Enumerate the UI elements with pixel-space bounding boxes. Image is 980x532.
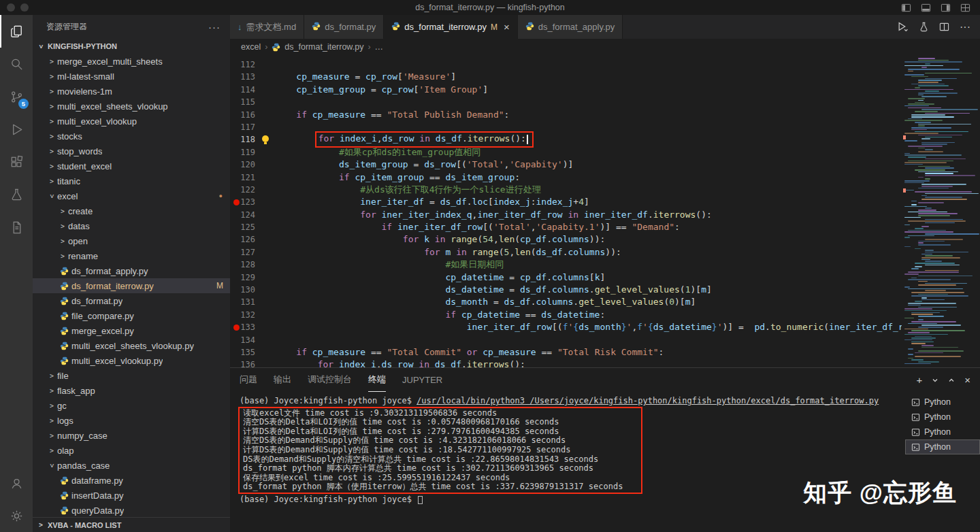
code-line[interactable]: 131 ds_month = ds_df.columns.get_level_v… bbox=[230, 296, 980, 308]
minimap[interactable] bbox=[902, 55, 980, 367]
breadcrumb-item[interactable]: ds_format_iterrow.py bbox=[284, 42, 363, 52]
more-actions-icon[interactable]: ··· bbox=[208, 21, 220, 33]
tree-item-ds_format_apply.py[interactable]: ds_format_apply.py bbox=[33, 263, 230, 278]
tree-item-stocks[interactable]: >stocks bbox=[33, 129, 230, 144]
tree-item-merge_excel.py[interactable]: merge_excel.py bbox=[33, 323, 230, 338]
tree-item-create[interactable]: >create bbox=[33, 203, 230, 218]
code-line[interactable]: 113 cp_measure = cp_row['Measure'] bbox=[230, 71, 980, 83]
run-python-file-icon[interactable] bbox=[897, 21, 909, 33]
toggle-panel-icon[interactable] bbox=[921, 3, 931, 13]
tree-item-insertData.py[interactable]: insertData.py bbox=[33, 488, 230, 503]
code-line[interactable]: 132 if cp_datetime == ds_datetime: bbox=[230, 309, 980, 321]
tree-item-olap[interactable]: >olap bbox=[33, 443, 230, 458]
tree-item-student_excel[interactable]: >student_excel bbox=[33, 159, 230, 173]
panel-tab-输出[interactable]: 输出 bbox=[274, 368, 291, 392]
tree-item-pandas_case[interactable]: >pandas_case bbox=[33, 458, 230, 473]
code-line[interactable]: 129 cp_datetime = cp_df.columns[k] bbox=[230, 271, 980, 284]
tree-item-ds_format_iterrow.py[interactable]: ds_format_iterrow.pyM bbox=[33, 278, 230, 293]
code-line[interactable]: 127 for m in range(5,len(ds_df.columns))… bbox=[230, 246, 980, 259]
code-line[interactable]: 120 ds_item_group = ds_row[('Total','Cap… bbox=[230, 159, 980, 171]
new-terminal-icon[interactable]: + bbox=[916, 374, 922, 386]
project-section-header[interactable]: > KINGFISH-PYTHON bbox=[33, 39, 230, 54]
explorer-icon[interactable] bbox=[0, 15, 33, 48]
tree-item-queryData.py[interactable]: queryData.py bbox=[33, 503, 230, 517]
testing-beaker-icon[interactable] bbox=[0, 178, 33, 211]
editor[interactable]: 112113 cp_measure = cp_row['Measure']114… bbox=[230, 55, 980, 367]
tree-item-merge_excel_multi_sheets[interactable]: >merge_excel_multi_sheets bbox=[33, 54, 230, 69]
tree-item-multi_excel_sheets_vlookup.py[interactable]: multi_excel_sheets_vlookup.py bbox=[33, 338, 230, 353]
tree-item-open[interactable]: >open bbox=[33, 233, 230, 248]
xvba-section-header[interactable]: > XVBA - MACRO LIST bbox=[33, 517, 230, 532]
account-icon[interactable] bbox=[0, 467, 33, 499]
run-tests-beaker-icon[interactable] bbox=[919, 22, 929, 32]
customize-layout-icon[interactable] bbox=[960, 3, 970, 13]
breadcrumb-item[interactable]: excel bbox=[241, 42, 261, 52]
code-line[interactable]: 134 bbox=[230, 334, 980, 346]
tree-item-numpy_case[interactable]: >numpy_case bbox=[33, 428, 230, 443]
source-control-icon[interactable]: 5 bbox=[0, 80, 33, 113]
settings-gear-icon[interactable] bbox=[0, 499, 33, 532]
tree-item-file_compare.py[interactable]: file_compare.py bbox=[33, 308, 230, 323]
panel-tab-问题[interactable]: 问题 bbox=[240, 368, 257, 392]
terminal-list-item[interactable]: Python bbox=[905, 439, 980, 454]
terminal-content[interactable]: (base) Joyce:kingfish-python joyce$ /usr… bbox=[230, 392, 905, 532]
split-editor-icon[interactable] bbox=[939, 22, 949, 32]
tree-item-datas[interactable]: >datas bbox=[33, 218, 230, 233]
tree-item-dataframe.py[interactable]: dataframe.py bbox=[33, 473, 230, 488]
window-minimize-button[interactable] bbox=[20, 3, 29, 12]
tree-item-ds_format.py[interactable]: ds_format.py bbox=[33, 293, 230, 308]
panel-tab-终端[interactable]: 终端 bbox=[368, 368, 386, 392]
tree-item-gc[interactable]: >gc bbox=[33, 398, 230, 413]
tab-ds_format.py[interactable]: ds_format.py bbox=[304, 15, 384, 39]
search-icon[interactable] bbox=[0, 48, 33, 80]
panel-tab-调试控制台[interactable]: 调试控制台 bbox=[308, 368, 352, 392]
notebook-icon[interactable] bbox=[0, 211, 33, 244]
tree-item-multi_excel_vlookup[interactable]: >multi_excel_vlookup bbox=[33, 114, 230, 129]
tab-需求文档.md[interactable]: ↓需求文档.md bbox=[230, 15, 304, 39]
code-line[interactable]: 123 iner_iter_df = ds_df.loc[index_j:ind… bbox=[230, 196, 980, 208]
code-line[interactable]: 126 for k in range(54,len(cp_df.columns)… bbox=[230, 233, 980, 246]
close-panel-icon[interactable]: × bbox=[964, 374, 970, 386]
window-controls[interactable] bbox=[0, 3, 29, 12]
terminal-list-item[interactable]: Python bbox=[905, 395, 980, 410]
terminal-dropdown-chevron-icon[interactable] bbox=[932, 377, 938, 384]
run-debug-icon[interactable] bbox=[0, 113, 33, 146]
extensions-icon[interactable] bbox=[0, 146, 33, 178]
tree-item-multi_excel_sheets_vlookup[interactable]: >multi_excel_sheets_vlookup bbox=[33, 99, 230, 114]
code-line[interactable]: 115 bbox=[230, 96, 980, 108]
code-line[interactable]: 128 #如果日期相同 bbox=[230, 259, 980, 271]
toggle-sidebar-left-icon[interactable] bbox=[901, 3, 911, 13]
tree-item-logs[interactable]: >logs bbox=[33, 413, 230, 428]
code-line[interactable]: 122 #从ds该行往下取4行作为一个slice进行处理 bbox=[230, 184, 980, 196]
window-close-button[interactable] bbox=[7, 3, 15, 12]
code-line[interactable]: 130 ds_datetime = ds_df.columns.get_leve… bbox=[230, 284, 980, 296]
breadcrumb-item[interactable]: … bbox=[375, 42, 384, 52]
code-line[interactable]: 116 if cp_measure == "Total Publish Dema… bbox=[230, 109, 980, 121]
tree-item-flask_app[interactable]: >flask_app bbox=[33, 383, 230, 398]
code-line[interactable]: 124 for iner_iter_index_q,iner_iter_df_r… bbox=[230, 209, 980, 221]
terminal-list-item[interactable]: Python bbox=[905, 425, 980, 439]
code-line[interactable]: 114 cp_item_group = cp_row['Item Group'] bbox=[230, 84, 980, 96]
lightbulb-icon[interactable] bbox=[262, 135, 269, 142]
code-line[interactable]: 121 if cp_item_group == ds_item_group: bbox=[230, 171, 980, 184]
code-line[interactable]: 118 for index_i,ds_row in ds_df.iterrows… bbox=[230, 133, 980, 146]
tree-item-titanic[interactable]: >titanic bbox=[33, 173, 230, 188]
code-line[interactable]: 136 for index_i,ds_row in ds_df.iterrows… bbox=[230, 359, 980, 367]
tree-item-ml-latest-small[interactable]: >ml-latest-small bbox=[33, 69, 230, 84]
code-line[interactable]: 112 bbox=[230, 59, 980, 71]
code-line[interactable]: 119 #如果cp和ds的item_group值相同 bbox=[230, 146, 980, 159]
tab-ds_format_iterrow.py[interactable]: ds_format_iterrow.pyM× bbox=[384, 15, 517, 39]
close-icon[interactable]: × bbox=[504, 22, 510, 32]
more-actions-icon[interactable]: ··· bbox=[960, 21, 970, 33]
toggle-sidebar-right-icon[interactable] bbox=[941, 3, 951, 13]
maximize-panel-icon[interactable] bbox=[948, 377, 955, 384]
panel-tab-JUPYTER[interactable]: JUPYTER bbox=[402, 368, 442, 392]
tree-item-file[interactable]: >file bbox=[33, 368, 230, 383]
code-line[interactable]: 125 if iner_iter_df_row[('Total','Capabi… bbox=[230, 221, 980, 233]
tree-item-stop_words[interactable]: >stop_words bbox=[33, 144, 230, 159]
tree-item-rename[interactable]: >rename bbox=[33, 248, 230, 263]
tree-item-movielens-1m[interactable]: >movielens-1m bbox=[33, 84, 230, 99]
tab-ds_format_apply.py[interactable]: ds_format_apply.py bbox=[518, 15, 623, 39]
tree-item-excel[interactable]: >excel● bbox=[33, 188, 230, 203]
tree-item-multi_excel_vlookup.py[interactable]: multi_excel_vlookup.py bbox=[33, 353, 230, 368]
